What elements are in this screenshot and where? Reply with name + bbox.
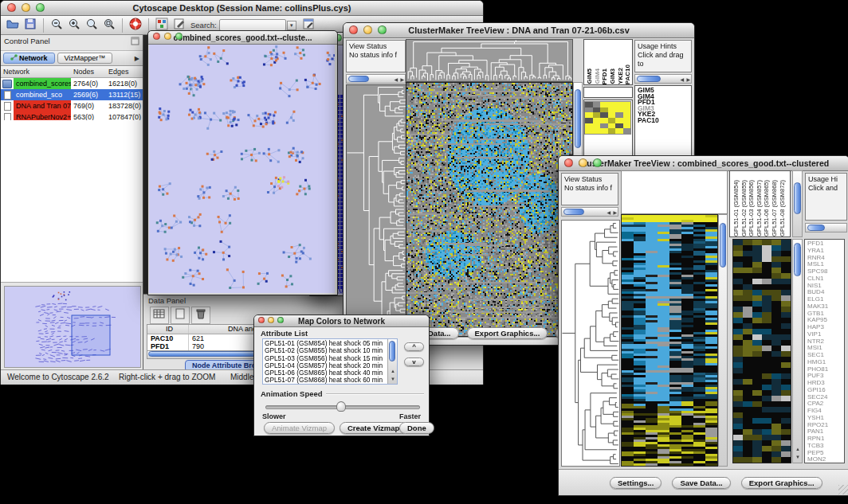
matrix-cell[interactable] — [593, 123, 601, 129]
tv1-similarity-matrix[interactable] — [584, 101, 631, 135]
birdseye-view[interactable] — [4, 286, 141, 368]
zoom-button[interactable] — [175, 33, 183, 40]
column-label[interactable]: GPL51-01 (GSM854) — [732, 180, 740, 236]
matrix-cell[interactable] — [593, 128, 601, 134]
network-table-row[interactable]: DNA and Tran 07 769(0) 183728(0) — [1, 100, 143, 111]
column-label[interactable]: GIM4 — [594, 68, 602, 84]
matrix-cell[interactable] — [623, 123, 631, 129]
matrix-cell[interactable] — [608, 102, 616, 107]
done-button[interactable]: Done — [399, 422, 434, 434]
zoom-button[interactable] — [277, 317, 284, 323]
matrix-cell[interactable] — [608, 112, 616, 118]
matrix-cell[interactable] — [615, 118, 623, 123]
matrix-cell[interactable] — [608, 123, 616, 129]
slider-thumb[interactable] — [336, 401, 346, 412]
tv2-collabel-scrollbar[interactable] — [792, 170, 803, 237]
matrix-cell[interactable] — [600, 112, 608, 118]
matrix-cell[interactable] — [585, 128, 593, 134]
matrix-cell[interactable] — [593, 107, 601, 113]
close-button[interactable] — [258, 317, 265, 323]
column-label[interactable]: GPL51-08 (GSM872) — [779, 180, 787, 236]
animate-vizmap-button[interactable]: Animate Vizmap — [264, 422, 335, 434]
matrix-cell[interactable] — [600, 102, 608, 107]
matrix-cell[interactable] — [608, 118, 616, 123]
network-graph-canvas[interactable] — [149, 45, 335, 293]
matrix-cell[interactable] — [585, 112, 593, 118]
move-up-button[interactable]: ^ — [404, 342, 424, 351]
tab-network[interactable]: Network — [3, 53, 55, 64]
matrix-cell[interactable] — [608, 107, 616, 113]
column-label[interactable]: YKE2 — [617, 68, 625, 84]
minimize-button[interactable] — [164, 33, 171, 40]
minimize-button[interactable] — [268, 317, 274, 323]
gene-label[interactable]: PAC10 — [638, 118, 691, 124]
column-label[interactable]: GPL51-06 (GSM865) — [763, 180, 771, 236]
matrix-cell[interactable] — [585, 102, 593, 107]
tv1-top-dendrogram[interactable] — [406, 39, 573, 82]
column-label[interactable]: GPL51-02 (GSM855) — [740, 180, 748, 236]
tab-vizmapper[interactable]: VizMapper™ — [57, 53, 113, 64]
matrix-cell[interactable] — [600, 107, 608, 113]
tv2-action-button[interactable]: Save Data... — [672, 477, 730, 489]
zoom-selected-icon[interactable] — [100, 18, 118, 33]
zoom-button[interactable] — [593, 158, 602, 167]
column-label[interactable]: GPL51-07 (GSM868) — [771, 180, 779, 236]
float-panel-icon[interactable] — [131, 37, 139, 49]
matrix-cell[interactable] — [623, 112, 631, 118]
search-dropdown-icon[interactable]: ▼ — [287, 21, 296, 30]
matrix-cell[interactable] — [615, 102, 623, 107]
resize-grip[interactable] — [838, 485, 848, 494]
matrix-cell[interactable] — [585, 107, 593, 113]
network-table-row[interactable]: combined_scores 2764(0) 16218(0) — [1, 78, 143, 89]
matrix-cell[interactable] — [623, 128, 631, 134]
tv2-sub-heatmap[interactable] — [732, 239, 791, 463]
search-input[interactable] — [219, 19, 286, 31]
matrix-cell[interactable] — [600, 118, 608, 123]
attribute-select-icon[interactable] — [150, 307, 169, 324]
matrix-cell[interactable] — [615, 128, 623, 134]
zoom-in-icon[interactable] — [65, 18, 83, 33]
treeview1-titlebar[interactable]: ClusterMaker TreeView : DNA and Tran 07-… — [344, 23, 694, 38]
close-button[interactable] — [7, 3, 16, 12]
zoom-out-icon[interactable] — [48, 18, 65, 33]
column-label[interactable]: GPL51-03 (GSM856) — [748, 180, 756, 236]
tv1-hints-scrollbar[interactable]: ◀ ▶ — [634, 74, 692, 84]
treeview2-titlebar[interactable]: ClusterMaker TreeView : combined_scores_… — [559, 156, 848, 171]
open-file-icon[interactable] — [4, 18, 22, 33]
column-label[interactable]: GIM3 — [609, 68, 617, 84]
tv2-status-scrollbar[interactable]: ◀ ▶ — [561, 207, 618, 217]
tv1-left-dendrogram[interactable] — [346, 84, 407, 337]
network-window-titlebar[interactable]: combined_scores_good.txt--cluste... — [148, 31, 337, 45]
main-window-titlebar[interactable]: Cytoscape Desktop (Session Name: collins… — [1, 1, 483, 16]
matrix-cell[interactable] — [585, 123, 593, 129]
matrix-cell[interactable] — [623, 107, 631, 113]
tv2-hints-scrollbar[interactable] — [805, 223, 847, 232]
delete-attribute-icon[interactable] — [191, 307, 210, 324]
tv2-action-button[interactable]: Settings... — [610, 477, 662, 489]
tv2-sub-scrollbar[interactable]: ▲ ▼ — [792, 239, 803, 463]
zoom-fit-icon[interactable] — [83, 18, 100, 33]
matrix-cell[interactable] — [593, 102, 601, 107]
birdseye-canvas[interactable] — [5, 287, 139, 365]
matrix-cell[interactable] — [615, 107, 623, 113]
dialog-titlebar[interactable]: Map Colors to Network — [254, 315, 429, 327]
tv2-action-button[interactable]: Export Graphics... — [741, 477, 822, 489]
matrix-cell[interactable] — [623, 118, 631, 123]
matrix-cell[interactable] — [623, 102, 631, 107]
attribute-list-scrollbar[interactable]: ▲ ▼ — [387, 339, 397, 384]
matrix-cell[interactable] — [615, 123, 623, 129]
tv1-action-button[interactable]: Export Graphics... — [467, 327, 548, 339]
zoom-button[interactable] — [378, 25, 387, 34]
minimize-button[interactable] — [22, 3, 30, 12]
close-button[interactable] — [153, 33, 160, 40]
close-button[interactable] — [349, 25, 358, 34]
move-down-button[interactable]: v — [404, 357, 424, 366]
tv2-vscrollbar[interactable] — [718, 214, 728, 467]
tv2-left-dendrogram[interactable] — [561, 220, 620, 467]
column-label[interactable]: GIM5 — [586, 68, 594, 84]
attribute-item[interactable]: GPL51-07 (GSM868) heat shock 60 min — [265, 377, 397, 384]
gene-label[interactable]: MON2 — [807, 456, 844, 463]
column-label[interactable]: PFD1 — [601, 68, 609, 84]
tv1-status-scrollbar[interactable]: ◀ ▶ — [346, 74, 406, 84]
matrix-cell[interactable] — [615, 112, 623, 118]
